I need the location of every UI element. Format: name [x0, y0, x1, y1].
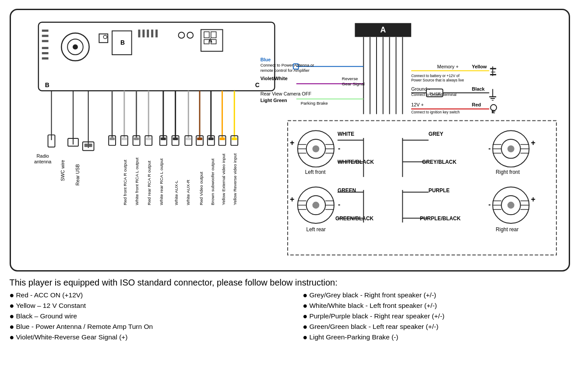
svg-rect-24 — [211, 32, 216, 38]
svg-rect-3 — [42, 40, 48, 42]
svg-point-164 — [306, 196, 325, 215]
svg-text:Radio: Radio — [36, 153, 49, 159]
svg-rect-14 — [138, 30, 140, 38]
svg-rect-42 — [109, 136, 116, 145]
svg-text:Left rear: Left rear — [306, 226, 325, 233]
svg-text:Yellow: Yellow — [472, 64, 486, 69]
svg-rect-46 — [120, 136, 127, 145]
svg-text:GREY: GREY — [428, 131, 443, 137]
svg-text:Power Source that is always li: Power Source that is always live — [411, 78, 464, 82]
diagram-box: B A — [10, 9, 570, 272]
svg-point-163 — [297, 187, 334, 223]
main-container: B A — [10, 9, 579, 344]
list-item: ● Grey/Grey black - Right front speaker … — [303, 291, 570, 299]
svg-text:Connect to Power Antenna or: Connect to Power Antenna or — [260, 63, 314, 67]
svg-rect-23 — [204, 32, 209, 38]
svg-point-8 — [67, 39, 83, 55]
svg-text:Connect to Ground terminal: Connect to Ground terminal — [411, 92, 456, 97]
svg-text:White rear RCA L output: White rear RCA L output — [158, 159, 163, 205]
svg-point-178 — [501, 196, 521, 215]
svg-text:White AUX-R: White AUX-R — [186, 180, 190, 205]
svg-rect-6 — [42, 57, 48, 60]
svg-text:WHITE: WHITE — [337, 131, 354, 137]
svg-rect-21 — [201, 30, 223, 52]
svg-text:PURPLE/BLACK: PURPLE/BLACK — [420, 215, 461, 222]
svg-point-11 — [103, 35, 107, 39]
svg-text:Black: Black — [472, 86, 485, 92]
info-columns: ● Red - ACC ON (+12V) ● Yellow – 12 V Co… — [10, 291, 570, 344]
svg-text:Connect to ignition key switch: Connect to ignition key switch — [411, 110, 460, 114]
svg-text:FUSE: FUSE — [429, 91, 441, 96]
list-item: ● Light Green-Parking Brake (-) — [303, 333, 570, 341]
svg-rect-39 — [88, 144, 92, 147]
bullet-icon: ● — [303, 291, 308, 299]
svg-rect-71 — [197, 138, 202, 140]
list-item: ● Blue - Power Antenna / Remote Amp Turn… — [10, 323, 277, 331]
bullet-icon: ● — [303, 302, 308, 310]
svg-text:Yellow Reverse video input: Yellow Reverse video input — [232, 153, 237, 205]
svg-text:Red front RCA R output: Red front RCA R output — [122, 160, 127, 205]
svg-rect-38 — [84, 144, 88, 147]
bullet-icon: ● — [10, 302, 14, 310]
svg-text:+: + — [531, 195, 535, 204]
svg-rect-30 — [48, 135, 55, 147]
svg-text:B: B — [120, 39, 124, 46]
svg-point-136 — [306, 139, 325, 159]
bullet-icon: ● — [303, 312, 308, 320]
svg-rect-63 — [173, 138, 178, 140]
svg-rect-58 — [160, 136, 167, 145]
info-col-left: ● Red - ACC ON (+12V) ● Yellow – 12 V Co… — [10, 291, 277, 344]
svg-text:A: A — [380, 25, 386, 34]
svg-point-9 — [73, 44, 78, 49]
bullet-icon: ● — [303, 323, 308, 331]
svg-rect-0 — [38, 22, 275, 91]
svg-rect-12 — [112, 31, 132, 55]
svg-text:GREEN/BLACK: GREEN/BLACK — [335, 215, 373, 222]
svg-text:Parking Brake: Parking Brake — [300, 101, 328, 106]
svg-text:antenna: antenna — [34, 159, 52, 164]
svg-point-137 — [312, 145, 319, 152]
svg-text:Connect to battery or +12V of: Connect to battery or +12V of — [411, 74, 460, 78]
svg-text:GREEN: GREEN — [337, 187, 356, 194]
svg-point-177 — [493, 187, 529, 223]
svg-text:remote control for Amplifier: remote control for Amplifier — [260, 68, 309, 73]
svg-text:Right front: Right front — [496, 169, 520, 175]
svg-point-149 — [493, 131, 529, 167]
svg-rect-59 — [160, 138, 165, 140]
svg-rect-17 — [151, 30, 153, 38]
svg-text:+: + — [289, 138, 294, 147]
svg-rect-67 — [186, 138, 191, 140]
svg-rect-131 — [493, 111, 495, 112]
svg-text:A: A — [208, 37, 212, 44]
list-item: ● White/White black - Left front speaker… — [303, 302, 570, 310]
svg-rect-1 — [42, 30, 48, 32]
svg-rect-47 — [121, 138, 127, 140]
svg-rect-115 — [426, 89, 443, 97]
svg-text:-: - — [488, 145, 490, 152]
svg-rect-2 — [42, 35, 48, 37]
svg-point-165 — [312, 202, 319, 209]
svg-text:PURPLE: PURPLE — [428, 187, 449, 194]
svg-rect-26 — [211, 39, 216, 44]
svg-text:-: - — [338, 145, 340, 152]
svg-point-179 — [507, 202, 514, 209]
svg-text:Left front: Left front — [305, 169, 326, 175]
svg-text:Rear View Camera OFF: Rear View Camera OFF — [260, 91, 311, 96]
svg-rect-15 — [142, 30, 144, 38]
svg-text:+: + — [531, 138, 535, 147]
svg-text:Reverse: Reverse — [342, 76, 358, 81]
svg-text:-: - — [488, 201, 490, 208]
svg-rect-10 — [99, 34, 108, 42]
svg-text:White AUX-L: White AUX-L — [173, 180, 178, 205]
info-section: This player is equipped with ISO standar… — [10, 278, 570, 344]
svg-text:Violet/White: Violet/White — [260, 76, 287, 81]
svg-rect-134 — [288, 120, 556, 255]
svg-rect-25 — [204, 39, 209, 44]
svg-text:Yellow External video input: Yellow External video input — [221, 154, 226, 205]
svg-text:B: B — [45, 81, 49, 88]
svg-rect-18 — [155, 30, 158, 38]
svg-rect-78 — [218, 136, 225, 145]
svg-rect-94 — [293, 64, 298, 69]
svg-text:+: + — [289, 195, 294, 204]
svg-text:Red rear RCA R output: Red rear RCA R output — [147, 161, 151, 205]
